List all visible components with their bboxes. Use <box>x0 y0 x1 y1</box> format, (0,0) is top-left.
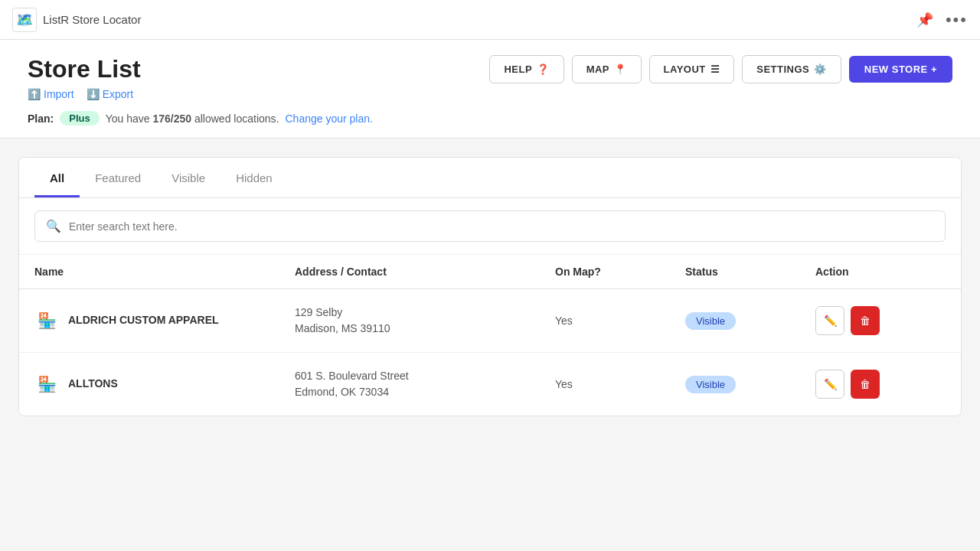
delete-button[interactable]: 🗑 <box>851 306 880 335</box>
more-options-icon[interactable]: ••• <box>946 10 968 30</box>
export-link[interactable]: ⬇️ Export <box>87 88 133 100</box>
edit-button[interactable]: ✏️ <box>815 306 844 335</box>
address-line1: 129 Selby <box>295 305 555 321</box>
col-on-map: On Map? <box>555 266 685 278</box>
import-icon: ⬆️ <box>28 88 41 100</box>
page-header: Store List ⬆️ Import ⬇️ Export HELP ❓ MA… <box>0 40 980 139</box>
page-title-section: Store List ⬆️ Import ⬇️ Export <box>28 55 141 100</box>
layout-icon: ☰ <box>710 64 720 75</box>
topbar: 🗺️ ListR Store Locator 📌 ••• <box>0 0 980 40</box>
import-link[interactable]: ⬆️ Import <box>28 88 74 100</box>
plan-badge: Plus <box>60 111 99 126</box>
search-icon: 🔍 <box>46 219 61 233</box>
tabs: All Featured Visible Hidden <box>19 158 961 198</box>
action-cell: ✏️ 🗑 <box>815 306 946 335</box>
tab-featured[interactable]: Featured <box>80 158 156 197</box>
page-title: Store List <box>28 55 141 83</box>
new-store-button[interactable]: NEW STORE + <box>849 56 952 83</box>
plan-description: You have 176/250 allowed locations. <box>106 112 279 125</box>
plan-bar: Plan: Plus You have 176/250 allowed loca… <box>28 111 952 126</box>
address-line2: Edmond, OK 73034 <box>295 384 555 400</box>
store-table: Name Address / Contact On Map? Status Ac… <box>19 255 961 416</box>
app-title: ListR Store Locator <box>43 13 141 26</box>
status-badge: Visible <box>685 312 736 330</box>
search-input[interactable] <box>69 220 934 233</box>
store-name: ALLTONS <box>68 377 118 392</box>
topbar-left: 🗺️ ListR Store Locator <box>12 8 141 32</box>
tab-all[interactable]: All <box>34 158 80 197</box>
main-content: All Featured Visible Hidden 🔍 Name Addre… <box>18 157 962 416</box>
status-cell: Visible <box>685 376 815 393</box>
topbar-right: 📌 ••• <box>916 10 968 30</box>
address-line1: 601 S. Boulevard Street <box>295 368 555 384</box>
store-name-cell: 🏪 ALLTONS <box>34 372 295 396</box>
help-button[interactable]: HELP ❓ <box>489 55 564 83</box>
status-badge: Visible <box>685 376 736 393</box>
help-icon: ❓ <box>537 64 550 75</box>
layout-button[interactable]: LAYOUT ☰ <box>649 55 735 83</box>
delete-button[interactable]: 🗑 <box>851 370 880 399</box>
on-map-cell: Yes <box>555 315 685 327</box>
change-plan-link[interactable]: Change your plan. <box>285 112 372 125</box>
store-icon: 🏪 <box>34 372 59 396</box>
export-icon: ⬇️ <box>87 88 100 100</box>
address-line2: Madison, MS 39110 <box>295 321 555 337</box>
tab-hidden[interactable]: Hidden <box>220 158 288 197</box>
edit-button[interactable]: ✏️ <box>815 370 844 399</box>
search-box: 🔍 <box>34 210 946 242</box>
store-name-cell: 🏪 ALDRICH CUSTOM APPAREL <box>34 308 295 333</box>
plan-count: 176/250 <box>152 112 191 125</box>
col-address: Address / Contact <box>295 266 555 278</box>
settings-button[interactable]: SETTINGS ⚙️ <box>742 55 841 83</box>
pin-icon[interactable]: 📌 <box>916 11 933 28</box>
on-map-cell: Yes <box>555 378 685 390</box>
tab-visible[interactable]: Visible <box>156 158 220 197</box>
col-status: Status <box>685 266 815 278</box>
address-cell: 601 S. Boulevard Street Edmond, OK 73034 <box>295 368 555 400</box>
status-cell: Visible <box>685 312 815 330</box>
search-wrap: 🔍 <box>19 198 961 255</box>
plan-label: Plan: <box>28 112 54 125</box>
settings-icon: ⚙️ <box>814 64 827 75</box>
table-header: Name Address / Contact On Map? Status Ac… <box>19 255 961 289</box>
page-action-links: ⬆️ Import ⬇️ Export <box>28 88 141 100</box>
store-icon: 🏪 <box>34 308 59 333</box>
map-icon: 📍 <box>614 64 627 75</box>
table-row: 🏪 ALDRICH CUSTOM APPAREL 129 Selby Madis… <box>19 289 961 353</box>
table-row: 🏪 ALLTONS 601 S. Boulevard Street Edmond… <box>19 353 961 416</box>
address-cell: 129 Selby Madison, MS 39110 <box>295 305 555 337</box>
action-cell: ✏️ 🗑 <box>815 370 946 399</box>
col-name: Name <box>34 266 295 278</box>
header-buttons: HELP ❓ MAP 📍 LAYOUT ☰ SETTINGS ⚙️ NEW ST… <box>489 55 952 83</box>
store-name: ALDRICH CUSTOM APPAREL <box>68 313 219 328</box>
app-logo: 🗺️ <box>12 8 37 32</box>
map-button[interactable]: MAP 📍 <box>572 55 642 83</box>
col-action: Action <box>815 266 946 278</box>
